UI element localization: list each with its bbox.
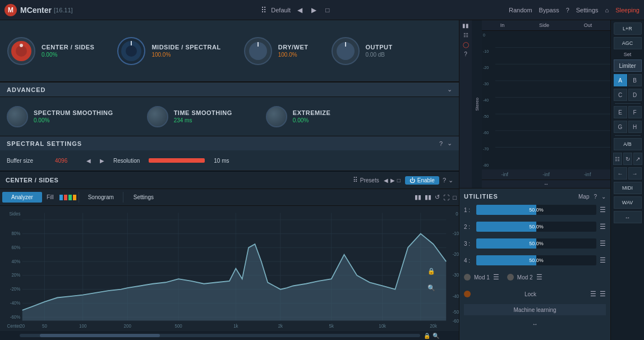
util-menu-3[interactable]: ☰ — [600, 240, 606, 247]
lr-arrows-icon[interactable]: ↔ — [544, 181, 549, 187]
divider-2 — [615, 135, 641, 136]
scroll-track[interactable] — [20, 334, 420, 337]
dry-wet-group: DRY/WET 100.0% — [243, 36, 309, 66]
c-btn[interactable]: C — [614, 89, 627, 101]
e-btn[interactable]: E — [614, 106, 627, 118]
a-btn[interactable]: A — [614, 74, 627, 86]
util-slider-val-1: 50.0% — [529, 207, 544, 213]
fullscreen-btn[interactable]: ⛶ — [443, 194, 449, 201]
zoom-icon[interactable]: 🔍 — [427, 284, 435, 292]
lock-extra-menu[interactable]: ☰ — [600, 290, 606, 298]
midside-spectral-knob[interactable] — [117, 36, 146, 66]
set-btn[interactable]: Set — [624, 52, 632, 57]
util-menu-4[interactable]: ☰ — [600, 256, 606, 264]
tab-fill[interactable]: Fill — [43, 192, 57, 203]
ab-toggle-btn[interactable]: A/B — [614, 138, 642, 150]
spectral-toggle[interactable]: ⌄ — [447, 140, 452, 147]
meter-power-btn[interactable]: ◯ — [461, 42, 471, 48]
scroll-lock-icon[interactable]: 🔒 — [424, 333, 430, 339]
svg-text:10k: 10k — [379, 323, 387, 328]
time-smoothing-knob[interactable] — [147, 106, 168, 127]
next-preset-btn[interactable]: ▶ — [309, 5, 319, 15]
utilities-expand-icon[interactable]: ↔ — [532, 321, 538, 327]
lock-menu[interactable]: ☰ — [590, 290, 596, 298]
cs-expand-btn[interactable]: □ — [397, 177, 401, 183]
cs-help-btn[interactable]: ? — [443, 177, 446, 183]
mod1-menu[interactable]: ☰ — [493, 273, 499, 281]
color-red[interactable] — [64, 195, 67, 200]
left-arrow-btn[interactable]: ← — [614, 167, 627, 180]
d-btn[interactable]: D — [628, 89, 642, 101]
extremize-knob[interactable] — [266, 106, 287, 127]
util-slider-2[interactable]: 50.0% — [476, 222, 596, 232]
midi-btn[interactable]: MIDI — [614, 182, 642, 194]
tab-analyzer[interactable]: Analyzer — [2, 192, 42, 203]
lr-btn[interactable]: L+R — [614, 22, 642, 35]
color-blue[interactable] — [59, 195, 63, 200]
preset-expand-btn[interactable]: □ — [323, 5, 332, 15]
utilities-help-btn[interactable]: ? — [594, 194, 597, 200]
meter-help-btn[interactable]: ? — [461, 51, 471, 57]
utilities-map[interactable]: Map — [578, 194, 589, 200]
g-btn[interactable]: G — [614, 121, 627, 133]
enable-btn[interactable]: ⏻ Enable — [405, 176, 439, 185]
prev-preset-btn[interactable]: ◀ — [295, 5, 305, 15]
detach-btn[interactable]: □ — [453, 194, 457, 201]
util-slider-1[interactable]: 50.0% — [476, 205, 596, 215]
pause-meter-btn[interactable]: ▮▮ — [461, 22, 471, 29]
undo-btn[interactable]: ↺ — [435, 194, 440, 201]
f-btn[interactable]: F — [628, 106, 642, 118]
export-icon-btn[interactable]: ↗ — [633, 153, 642, 165]
limiter-btn[interactable]: Limiter — [614, 59, 642, 72]
buffer-next-btn[interactable]: ▶ — [100, 158, 104, 164]
right-arrow-btn[interactable]: → — [628, 167, 642, 180]
h-btn[interactable]: H — [628, 121, 642, 133]
spectrum-scrollbar[interactable]: 🔒 🔍 — [0, 331, 459, 340]
util-menu-1[interactable]: ☰ — [600, 206, 606, 214]
output-knob[interactable] — [331, 36, 360, 66]
color-green[interactable] — [68, 195, 72, 200]
utilities-toggle[interactable]: ⌄ — [601, 194, 606, 200]
random-btn[interactable]: Random — [509, 7, 532, 13]
cs-prev-btn[interactable]: ◀ — [384, 177, 388, 183]
b-btn[interactable]: B — [628, 74, 642, 86]
knob-row: CENTER / SIDES 0.00% MIDSIDE / SPECTRAL — [0, 20, 459, 82]
util-slider-3[interactable]: 50.0% — [476, 238, 596, 249]
divider-1 — [615, 103, 641, 104]
util-menu-2[interactable]: ☰ — [600, 223, 606, 231]
refresh-icon-btn[interactable]: ↻ — [623, 153, 632, 165]
scroll-zoom-icon[interactable]: 🔍 — [433, 333, 439, 339]
cs-header: CENTER / SIDES ⠿ Presets ◀ ▶ □ ⏻ Enable … — [0, 171, 459, 189]
bottom-arrow-btn[interactable]: ↔ — [614, 211, 642, 223]
color-orange[interactable] — [73, 195, 76, 200]
extremize-value: 0.00% — [293, 117, 330, 123]
tab-sonogram[interactable]: Sonogram — [79, 192, 123, 203]
help-btn[interactable]: ? — [566, 7, 569, 13]
pause-btn[interactable]: ▮▮ — [415, 194, 421, 201]
meter-list-icon[interactable]: ☷ — [461, 32, 471, 38]
mod2-menu[interactable]: ☰ — [536, 273, 542, 281]
util-slider-4[interactable]: 50.0% — [476, 255, 596, 265]
cs-next-btn[interactable]: ▶ — [390, 177, 395, 183]
dry-wet-knob[interactable] — [243, 36, 273, 66]
db-70: -70 — [483, 147, 494, 151]
sleeping-btn[interactable]: Sleeping — [615, 7, 640, 13]
center-sides-knob[interactable] — [7, 36, 36, 66]
lock-icon[interactable]: 🔒 — [427, 268, 435, 275]
settings-btn[interactable]: Settings — [576, 7, 599, 13]
home-icon[interactable]: ⌂ — [605, 7, 609, 13]
tab-settings[interactable]: Settings — [125, 192, 163, 203]
agc-btn[interactable]: AGC — [614, 37, 642, 49]
spectral-help-btn[interactable]: ? — [439, 140, 443, 147]
bypass-btn[interactable]: Bypass — [539, 7, 559, 13]
wav-btn[interactable]: WAV — [614, 196, 642, 209]
skip-btn[interactable]: ▮▮ — [425, 194, 431, 201]
scroll-thumb[interactable] — [40, 334, 160, 337]
advanced-toggle[interactable]: ⌄ — [447, 86, 452, 93]
buffer-prev-btn[interactable]: ◀ — [86, 158, 91, 164]
svg-text:-30 dB: -30 dB — [453, 272, 459, 278]
presets-btn[interactable]: ⠿ Presets — [353, 176, 379, 184]
spectrum-smoothing-knob[interactable] — [7, 106, 28, 127]
grid-icon-btn[interactable]: ☷ — [613, 153, 622, 165]
cs-toggle[interactable]: ⌄ — [448, 177, 453, 184]
